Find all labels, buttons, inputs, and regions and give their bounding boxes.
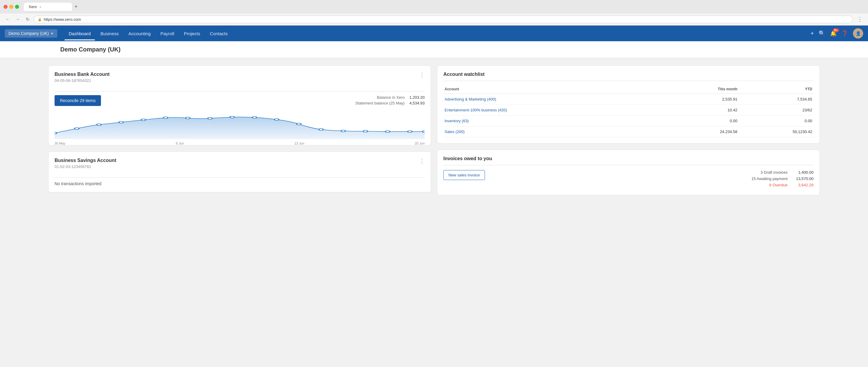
balance-in-xero-value: 1,203.20 [409,95,425,100]
forward-button[interactable]: → [14,16,22,22]
svg-point-3 [119,121,124,123]
watchlist-header: Account This month YTD [443,85,813,94]
balance-in-xero-row: Balance in Xero 1,203.20 [106,95,425,100]
watchlist-ytd-3: 50,1230.42 [738,127,813,137]
watchlist-title: Account watchlist [443,72,813,77]
watchlist-table: Account This month YTD Advertising & Mar… [443,85,813,137]
url-bar[interactable]: 🔒 https://www.xero.com [34,15,853,23]
reconcile-button[interactable]: Reconcile 29 items [55,95,101,106]
plus-icon: + [810,30,814,36]
back-button[interactable]: ← [4,16,11,22]
watchlist-col-account: Account [443,85,664,94]
invoices-owed-card: Invoices owed to you New sales invoice 3… [437,149,820,195]
savings-card-header: Business Savings Account 01-02-03-123456… [55,158,425,174]
invoice-stat-value-0: 1,400.00 [792,170,813,175]
svg-point-11 [297,123,301,125]
add-button[interactable]: + [810,30,814,37]
no-transactions-text: No transactions imported [55,181,425,186]
lock-icon: 🔒 [38,18,42,21]
watchlist-body: Advertising & Marketing (400) 2,535.91 7… [443,94,813,137]
chart-label-0: 30 May [55,141,65,145]
chart-label-3: 20 Jun [415,141,425,145]
svg-point-2 [97,124,101,126]
bank-account-more-button[interactable]: ⋮ [419,72,425,78]
savings-account-more-button[interactable]: ⋮ [419,158,425,164]
svg-point-8 [230,116,235,118]
watchlist-col-month: This month [664,85,738,94]
chevron-down-icon: ▼ [51,32,54,35]
browser-more-button[interactable]: ⋮ [855,15,864,23]
reload-button[interactable]: ↻ [24,16,31,22]
maximize-window-button[interactable] [15,5,19,9]
savings-account-card: Business Savings Account 01-02-03-123456… [48,152,431,192]
nav-link-accounting[interactable]: Accounting [124,27,155,40]
page-header: Demo Company (UK) [0,41,868,58]
watchlist-account-1[interactable]: Entertainment-100% business (420) [443,105,664,115]
notifications-button[interactable]: 🔔 9+ [830,30,837,37]
svg-point-0 [55,132,57,134]
tab-title: Xero [29,4,37,9]
url-text: https://www.xero.com [44,17,81,22]
new-sales-invoice-button[interactable]: New sales invoice [443,170,485,180]
nav-link-projects[interactable]: Projects [180,27,204,40]
invoice-stat-label-1: 15 Awaiting payment [751,176,787,181]
invoice-stat-value-1: 13,570.00 [792,176,813,181]
statement-balance-row: Statement balance (25 May) 4,534.93 [106,101,425,105]
avatar[interactable]: 👤 [853,28,863,38]
chart-label-1: 6 Jun [176,141,184,145]
tab-bar: Xero × + [24,2,80,11]
watchlist-account-3[interactable]: Sales (200) [443,127,664,137]
svg-point-14 [363,130,368,132]
invoice-stat-value-2: 3,642.29 [792,183,813,187]
help-button[interactable]: ❓ [841,30,848,37]
watchlist-account-2[interactable]: Inventory (63) [443,115,664,127]
watchlist-account-0[interactable]: Advertising & Marketing (400) [443,94,664,105]
minimize-window-button[interactable] [9,5,13,9]
bank-account-number: 04-05-06-187654321 [55,78,110,83]
svg-point-16 [408,131,412,132]
notification-badge: 9+ [833,28,839,32]
browser-tab[interactable]: Xero × [24,3,72,11]
avatar-initials: 👤 [856,31,861,36]
company-selector[interactable]: Demo Company (UK) ▼ [5,29,57,38]
watchlist-ytd-0: 7,534.65 [738,94,813,105]
bank-card-divider [55,91,425,92]
search-icon: 🔍 [818,30,825,36]
invoice-stat-row-1: 15 Awaiting payment 13,570.00 [751,176,813,181]
tab-close-button[interactable]: × [39,5,41,9]
close-window-button[interactable] [4,5,7,9]
invoice-stat-label-0: 3 Draft invoices [761,170,787,175]
company-name: Demo Company (UK) [8,31,49,36]
nav-link-business[interactable]: Business [96,27,123,40]
bank-chart: 30 May 6 Jun 13 Jun 20 Jun [55,109,425,139]
watchlist-month-1: 10.42 [664,105,738,115]
table-row: Inventory (63) 0.00 0.00 [443,115,813,127]
bank-account-info: Business Bank Account 04-05-06-187654321 [55,72,110,88]
watchlist-month-0: 2,535.91 [664,94,738,105]
svg-point-17 [423,131,425,132]
chart-area [55,117,425,139]
watchlist-ytd-2: 0.00 [738,115,813,127]
invoice-stat-label-2: 9 Overdue [769,183,787,187]
invoice-stat-row-0: 3 Draft invoices 1,400.00 [751,170,813,175]
watchlist-card: Account watchlist Account This month YTD… [437,65,820,144]
page-title: Demo Company (UK) [60,46,808,53]
new-tab-button[interactable]: + [72,2,80,11]
browser-chrome: Xero × + ← → ↻ 🔒 https://www.xero.com ⋮ [0,0,868,26]
nav-link-payroll[interactable]: Payroll [156,27,179,40]
balance-in-xero-label: Balance in Xero [377,95,405,100]
table-row: Entertainment-100% business (420) 10.42 … [443,105,813,115]
bank-account-title: Business Bank Account [55,72,110,77]
balance-section: Balance in Xero 1,203.20 Statement balan… [106,95,425,107]
statement-balance-value: 4,534.93 [409,101,425,105]
svg-point-4 [141,119,146,121]
help-icon: ❓ [841,30,848,36]
svg-point-9 [252,116,257,118]
nav-link-dashboard[interactable]: Dashboard [64,27,95,40]
svg-point-1 [74,128,79,129]
statement-balance-label: Statement balance (25 May) [355,101,404,105]
search-button[interactable]: 🔍 [818,30,825,37]
invoice-stats: 3 Draft invoices 1,400.00 15 Awaiting pa… [751,170,813,189]
watchlist-divider [443,81,813,81]
nav-link-contacts[interactable]: Contacts [206,27,232,40]
